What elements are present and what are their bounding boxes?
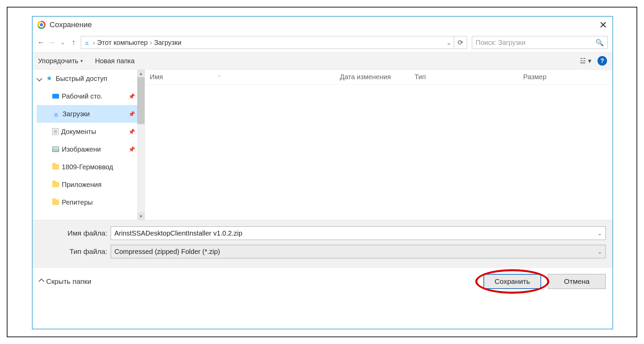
hide-folders-label: Скрыть папки [46,277,91,286]
up-button[interactable]: ↑ [70,38,77,47]
back-button[interactable]: ← [37,38,45,47]
tree-label: Загрузки [62,110,90,118]
file-fields: Имя файла: ArinstSSADesktopClientInstall… [33,220,612,268]
breadcrumb-root[interactable]: Этот компьютер [97,39,148,47]
organize-menu[interactable]: Упорядочить ▾ [38,57,83,65]
filetype-label: Тип файла: [39,247,111,256]
tree-label: Репитеры [62,199,93,206]
filename-input[interactable]: ArinstSSADesktopClientInstaller v1.0.2.z… [111,226,606,240]
filename-label: Имя файла: [39,229,111,237]
cancel-button[interactable]: Отмена [548,274,606,289]
tree-item-folder[interactable]: Приложения [37,176,145,193]
breadcrumb-current[interactable]: Загрузки [154,39,182,47]
chevron-down-icon[interactable]: ⌄ [597,248,602,255]
tree-quick-access[interactable]: Быстрый доступ [37,70,145,87]
history-dropdown[interactable]: ⌄ [59,40,67,45]
pin-icon: 📌 [128,111,135,117]
hide-folders-toggle[interactable]: Скрыть папки [39,277,91,286]
tree-label: Изображени [62,145,101,153]
tree-item-folder[interactable]: Репитеры [37,193,145,211]
tree-label: Приложения [62,181,102,189]
chevron-down-icon[interactable]: ⌄ [446,38,452,47]
desktop-icon [52,94,59,99]
folder-icon [52,200,59,205]
column-headers: Имя⌃ Дата изменения Тип Размер [145,70,612,85]
forward-button[interactable]: → [48,38,56,47]
downloads-icon [52,110,60,118]
new-folder-button[interactable]: Новая папка [95,57,135,65]
chevron-up-icon [39,279,44,285]
view-icon: ☳ [580,57,586,65]
scroll-down-icon[interactable]: ▾ [137,212,145,220]
tree-item-desktop[interactable]: Рабочий сто. 📌 [37,87,145,105]
search-placeholder: Поиск: Загрузки [476,39,526,47]
downloads-icon [83,39,91,46]
pin-icon: 📌 [128,128,135,135]
chrome-icon [37,21,45,29]
star-icon [45,75,53,82]
pin-icon: 📌 [128,146,135,153]
column-date[interactable]: Дата изменения [335,73,410,81]
organize-label: Упорядочить [38,57,78,65]
file-list: Имя⌃ Дата изменения Тип Размер [145,70,612,220]
footer: Скрыть папки Сохранить Отмена [33,268,612,295]
scroll-up-icon[interactable]: ▴ [137,70,145,77]
navbar: ← → ⌄ ↑ › Этот компьютер › Загрузки ⌄ ⟳ … [33,33,612,52]
tree-item-folder[interactable]: 1809-Гермоввод [37,158,145,176]
search-icon: 🔍 [595,38,604,47]
save-dialog: Сохранение ✕ ← → ⌄ ↑ › Этот компьютер › … [32,16,613,329]
tree-label: 1809-Гермоввод [62,163,113,171]
pictures-icon [52,147,59,152]
save-button[interactable]: Сохранить [483,274,541,289]
expand-icon[interactable] [37,76,42,82]
tree-item-documents[interactable]: Документы 📌 [37,123,145,140]
tree-item-pictures[interactable]: Изображени 📌 [37,140,145,158]
chevron-down-icon[interactable]: ⌄ [597,230,602,237]
filetype-value: Compressed (zipped) Folder (*.zip) [114,248,220,256]
tree-label: Рабочий сто. [62,92,103,100]
chevron-down-icon: ▾ [588,57,591,65]
help-button[interactable]: ? [597,56,607,66]
tree-scroll-thumb[interactable] [137,70,145,124]
titlebar: Сохранение ✕ [33,17,612,33]
folder-icon [52,182,59,187]
view-options[interactable]: ☳ ▾ [580,57,591,65]
column-type[interactable]: Тип [410,73,518,81]
breadcrumb[interactable]: › Этот компьютер › Загрузки ⌄ [81,36,454,49]
navigation-tree: ▴ ▾ Быстрый доступ Рабочий сто. 📌 Загруз… [33,70,145,220]
pin-icon: 📌 [128,93,135,100]
toolbar: Упорядочить ▾ Новая папка ☳ ▾ ? [33,52,612,70]
filename-value: ArinstSSADesktopClientInstaller v1.0.2.z… [114,229,242,237]
column-size[interactable]: Размер [518,73,612,81]
chevron-right-icon: › [150,39,152,47]
tree-label: Быстрый доступ [56,75,107,83]
close-icon[interactable]: ✕ [596,19,610,31]
dialog-title: Сохранение [50,20,596,29]
document-frame: Сохранение ✕ ← → ⌄ ↑ › Этот компьютер › … [7,7,637,337]
filetype-combo[interactable]: Compressed (zipped) Folder (*.zip) ⌄ [111,245,606,258]
folder-icon [52,164,59,170]
refresh-button[interactable]: ⟳ [454,36,467,49]
sort-ascending-icon: ⌃ [217,74,221,80]
chevron-right-icon: › [93,39,95,47]
column-name[interactable]: Имя⌃ [145,73,335,81]
tree-item-downloads[interactable]: Загрузки 📌 [37,105,145,123]
tree-label: Документы [61,128,96,136]
chevron-down-icon: ▾ [80,58,83,64]
document-icon [52,128,58,135]
search-input[interactable]: Поиск: Загрузки 🔍 [472,36,608,49]
